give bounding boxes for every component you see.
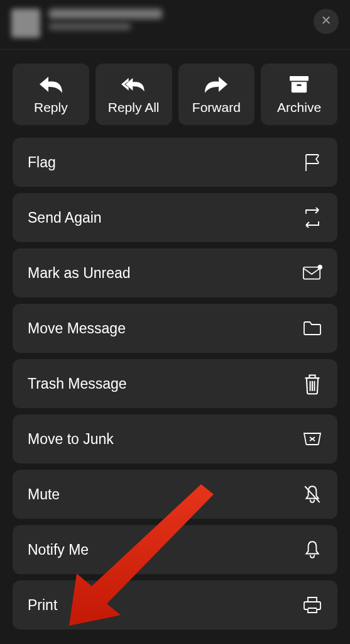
mark-unread-row[interactable]: Mark as Unread <box>13 248 337 297</box>
junk-bin-icon <box>302 429 322 449</box>
header <box>0 0 350 50</box>
print-label: Print <box>28 597 57 614</box>
folder-icon <box>302 318 322 338</box>
sender-name <box>49 9 162 19</box>
printer-icon <box>302 595 322 615</box>
svg-rect-0 <box>290 76 309 81</box>
svg-point-3 <box>317 265 322 270</box>
print-row[interactable]: Print <box>13 580 337 630</box>
close-icon <box>320 14 332 28</box>
archive-icon <box>287 74 312 95</box>
reply-icon <box>38 74 63 95</box>
move-to-junk-label: Move to Junk <box>28 431 114 448</box>
move-message-row[interactable]: Move Message <box>13 304 337 353</box>
reply-label: Reply <box>34 100 68 115</box>
trash-message-label: Trash Message <box>28 375 127 392</box>
menu-list: Flag Send Again Mark as Unread Move Mess… <box>0 135 350 642</box>
bell-slash-icon <box>302 484 322 504</box>
reply-all-label: Reply All <box>108 100 160 115</box>
move-message-label: Move Message <box>28 320 126 337</box>
reply-all-icon <box>121 74 146 95</box>
reply-all-button[interactable]: Reply All <box>96 64 172 125</box>
notify-me-row[interactable]: Notify Me <box>13 525 337 574</box>
close-button[interactable] <box>314 9 339 34</box>
bell-icon <box>302 540 322 560</box>
reply-button[interactable]: Reply <box>13 64 89 125</box>
forward-icon <box>204 74 229 95</box>
action-sheet: Reply Reply All Forward <box>0 0 350 644</box>
move-to-junk-row[interactable]: Move to Junk <box>13 414 337 464</box>
archive-button[interactable]: Archive <box>261 64 337 125</box>
mute-row[interactable]: Mute <box>13 470 337 519</box>
trash-message-row[interactable]: Trash Message <box>13 359 337 408</box>
envelope-dot-icon <box>302 263 322 283</box>
archive-label: Archive <box>277 100 321 115</box>
send-again-row[interactable]: Send Again <box>13 193 337 242</box>
top-actions: Reply Reply All Forward <box>0 50 350 135</box>
send-again-label: Send Again <box>28 209 102 226</box>
svg-rect-1 <box>297 84 302 86</box>
flag-label: Flag <box>28 154 56 171</box>
resend-arrows-icon <box>302 208 322 228</box>
sender-sub <box>49 23 131 30</box>
forward-button[interactable]: Forward <box>178 64 255 125</box>
notify-me-label: Notify Me <box>28 541 89 558</box>
mark-unread-label: Mark as Unread <box>28 265 131 282</box>
sender-text <box>49 9 162 30</box>
svg-rect-2 <box>304 267 320 279</box>
trash-icon <box>302 374 322 394</box>
sender-avatar <box>11 9 40 38</box>
forward-label: Forward <box>192 100 241 115</box>
flag-icon <box>302 152 322 172</box>
flag-row[interactable]: Flag <box>13 138 337 187</box>
mute-label: Mute <box>28 486 60 503</box>
